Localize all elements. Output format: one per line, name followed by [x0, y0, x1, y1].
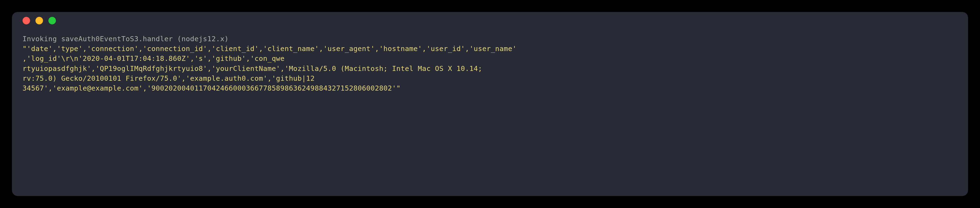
- output-line-5: 34567','example@example.com','9002020040…: [22, 83, 958, 93]
- terminal-window: Invoking saveAuth0EventToS3.handler (nod…: [12, 12, 968, 196]
- close-icon[interactable]: [22, 17, 30, 24]
- terminal-content: Invoking saveAuth0EventToS3.handler (nod…: [12, 29, 968, 104]
- output-line-4: rv:75.0) Gecko/20100101 Firefox/75.0','e…: [22, 74, 958, 83]
- output-line-3: rtyuiopasdfghjk','QP19oglIMqRdfghjkrtyui…: [22, 64, 958, 74]
- invoke-line: Invoking saveAuth0EventToS3.handler (nod…: [22, 34, 958, 44]
- maximize-icon[interactable]: [48, 17, 56, 24]
- minimize-icon[interactable]: [35, 17, 43, 24]
- output-line-2: ,'log_id'\r\n'2020-04-01T17:04:18.860Z',…: [22, 54, 958, 64]
- titlebar: [12, 12, 968, 29]
- output-line-1: "'date','type','connection','connection_…: [22, 44, 958, 54]
